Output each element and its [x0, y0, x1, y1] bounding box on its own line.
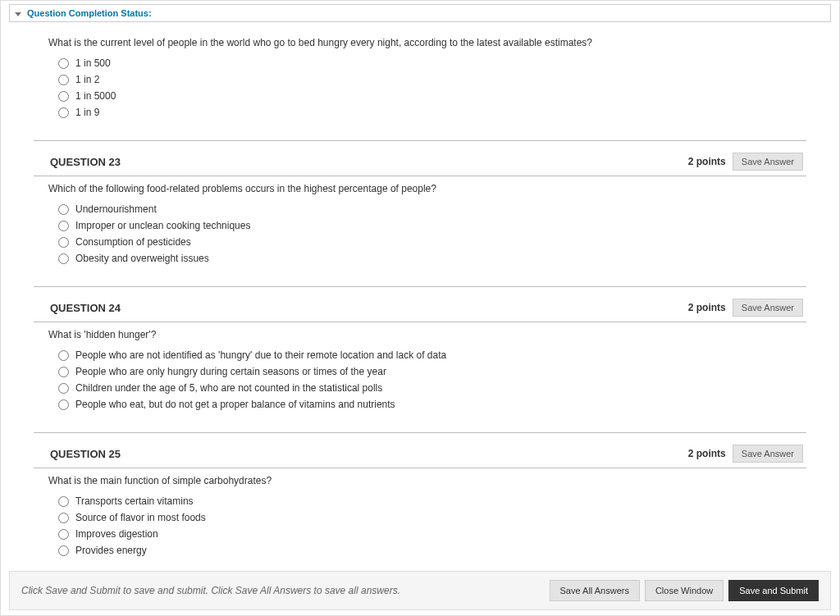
option-row: Improves digestion — [58, 526, 806, 542]
question-24-points: 2 points — [688, 302, 726, 313]
radio-q23-3[interactable] — [58, 253, 69, 264]
radio-q22-2[interactable] — [58, 91, 69, 102]
footer-buttons: Save All Answers Close Window Save and S… — [550, 580, 819, 601]
chevron-down-icon — [15, 12, 21, 16]
option-label: 1 in 500 — [75, 57, 111, 69]
radio-q25-1[interactable] — [58, 513, 69, 523]
radio-q24-2[interactable] — [58, 383, 69, 394]
question-24-title: QUESTION 24 — [34, 302, 121, 314]
option-label: 1 in 5000 — [75, 90, 116, 102]
question-22-block: What is the current level of people in t… — [34, 25, 806, 141]
question-24-header: QUESTION 24 2 points Save Answer — [34, 292, 806, 322]
question-24-block: QUESTION 24 2 points Save Answer What is… — [34, 287, 806, 433]
option-label: 1 in 2 — [75, 74, 99, 85]
question-25-title: QUESTION 25 — [34, 448, 121, 460]
option-row: Undernourishment — [58, 201, 806, 217]
radio-q22-1[interactable] — [58, 75, 69, 85]
option-row: Improper or unclean cooking techniques — [58, 217, 806, 234]
option-row: People who are not identified as 'hungry… — [58, 347, 806, 363]
questions-content: What is the current level of people in t… — [1, 25, 839, 570]
option-label: Undernourishment — [75, 203, 157, 215]
question-25-header-right: 2 points Save Answer — [688, 445, 806, 463]
save-and-submit-button[interactable]: Save and Submit — [728, 580, 819, 601]
option-row: 1 in 500 — [58, 55, 806, 71]
question-23-points: 2 points — [688, 156, 726, 167]
option-label: People who eat, but do not get a proper … — [75, 399, 395, 410]
option-label: Improper or unclean cooking techniques — [75, 220, 250, 231]
radio-q24-0[interactable] — [58, 350, 69, 361]
question-22-prompt: What is the current level of people in t… — [34, 30, 806, 55]
question-23-block: QUESTION 23 2 points Save Answer Which o… — [34, 141, 806, 287]
option-label: Source of flavor in most foods — [75, 512, 206, 523]
footer-hint-text: Click Save and Submit to save and submit… — [21, 585, 400, 596]
option-row: 1 in 9 — [58, 104, 806, 121]
option-label: Provides energy — [75, 545, 147, 556]
radio-q23-1[interactable] — [58, 221, 69, 231]
question-22-options: 1 in 500 1 in 2 1 in 5000 1 in 9 — [34, 55, 806, 132]
question-25-header: QUESTION 25 2 points Save Answer — [34, 438, 806, 468]
radio-q22-3[interactable] — [58, 107, 69, 118]
radio-q22-0[interactable] — [58, 58, 69, 69]
save-all-answers-button[interactable]: Save All Answers — [550, 580, 640, 601]
option-row: Consumption of pesticides — [58, 234, 806, 250]
radio-q23-0[interactable] — [58, 204, 69, 215]
question-23-title: QUESTION 23 — [34, 156, 121, 168]
question-23-prompt: Which of the following food-related prob… — [34, 176, 806, 201]
option-row: Source of flavor in most foods — [58, 509, 806, 526]
option-label: Obesity and overweight issues — [75, 253, 209, 264]
question-23-header: QUESTION 23 2 points Save Answer — [34, 146, 806, 176]
page-container: Question Completion Status: What is the … — [0, 0, 840, 616]
option-row: People who eat, but do not get a proper … — [58, 396, 806, 413]
radio-q25-2[interactable] — [58, 529, 69, 540]
option-row: Transports certain vitamins — [58, 493, 806, 509]
question-24-prompt: What is 'hidden hunger'? — [34, 322, 806, 347]
option-label: Improves digestion — [75, 528, 158, 540]
option-row: 1 in 2 — [58, 71, 806, 88]
option-row: Obesity and overweight issues — [58, 250, 806, 267]
option-label: People who are not identified as 'hungry… — [75, 349, 446, 361]
close-window-button[interactable]: Close Window — [645, 580, 724, 601]
option-label: 1 in 9 — [75, 107, 99, 118]
radio-q25-0[interactable] — [58, 496, 69, 507]
option-row: 1 in 5000 — [58, 88, 806, 104]
option-label: Transports certain vitamins — [75, 495, 194, 507]
question-25-options: Transports certain vitamins Source of fl… — [34, 493, 806, 570]
question-24-header-right: 2 points Save Answer — [688, 299, 806, 317]
question-25-prompt: What is the main function of simple carb… — [34, 468, 806, 493]
option-label: People who are only hungry during certai… — [75, 366, 386, 377]
question-23-options: Undernourishment Improper or unclean coo… — [34, 201, 806, 278]
question-25-points: 2 points — [688, 448, 726, 459]
question-25-block: QUESTION 25 2 points Save Answer What is… — [34, 433, 806, 570]
option-label: Consumption of pesticides — [75, 236, 191, 248]
option-row: People who are only hungry during certai… — [58, 363, 806, 380]
completion-status-bar[interactable]: Question Completion Status: — [9, 4, 831, 22]
footer-bar: Click Save and Submit to save and submit… — [9, 571, 831, 610]
option-row: Children under the age of 5, who are not… — [58, 380, 806, 396]
option-label: Children under the age of 5, who are not… — [75, 382, 382, 394]
question-24-options: People who are not identified as 'hungry… — [34, 347, 806, 424]
radio-q24-3[interactable] — [58, 399, 69, 410]
radio-q25-3[interactable] — [58, 545, 69, 556]
radio-q23-2[interactable] — [58, 237, 69, 248]
option-row: Provides energy — [58, 542, 806, 559]
save-answer-button-q23[interactable]: Save Answer — [733, 153, 803, 171]
radio-q24-1[interactable] — [58, 367, 69, 377]
completion-status-label: Question Completion Status: — [27, 8, 152, 18]
save-answer-button-q25[interactable]: Save Answer — [733, 445, 803, 463]
question-23-header-right: 2 points Save Answer — [688, 153, 806, 171]
save-answer-button-q24[interactable]: Save Answer — [733, 299, 803, 317]
